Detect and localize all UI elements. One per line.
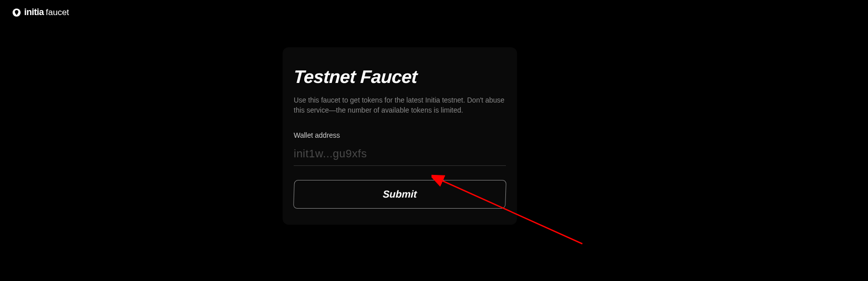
logo-product: faucet: [46, 8, 69, 18]
wallet-address-label: Wallet address: [294, 131, 506, 139]
logo-text: initia faucet: [24, 7, 69, 18]
app-header: initia faucet: [12, 7, 69, 18]
submit-button[interactable]: Submit: [293, 180, 506, 209]
logo-icon: [12, 8, 21, 17]
logo-brand: initia: [24, 7, 44, 18]
card-description: Use this faucet to get tokens for the la…: [294, 96, 506, 115]
faucet-card: Testnet Faucet Use this faucet to get to…: [283, 47, 517, 225]
card-title: Testnet Faucet: [293, 66, 506, 87]
wallet-address-input[interactable]: [294, 144, 506, 166]
